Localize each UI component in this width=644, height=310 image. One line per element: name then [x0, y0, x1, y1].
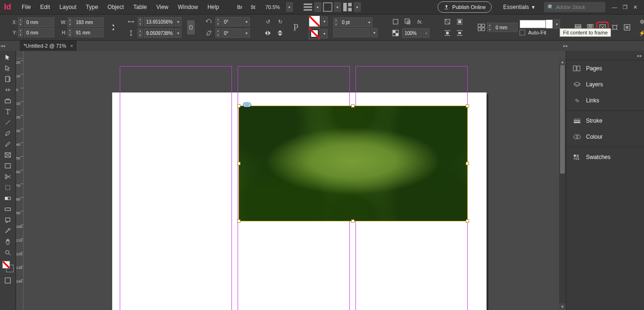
resize-handle[interactable]: [237, 162, 240, 165]
panel-stroke[interactable]: Stroke: [566, 113, 644, 129]
strokewt-spinner[interactable]: ▲▼: [333, 17, 339, 27]
pen-tool[interactable]: [1, 128, 15, 139]
frame-fill-swatch[interactable]: [520, 20, 553, 28]
publish-online-button[interactable]: Publish Online: [438, 1, 492, 13]
fill-dd[interactable]: ▼: [321, 17, 328, 26]
screen-mode-icon[interactable]: [322, 2, 334, 12]
zoom-dropdown[interactable]: ▼: [286, 2, 293, 12]
workspace-switcher[interactable]: Essentials ▾: [498, 4, 539, 10]
view-options-dd[interactable]: ▼: [314, 2, 321, 12]
wrap-bounding-icon[interactable]: [454, 17, 465, 27]
panels-collapse[interactable]: ▸▸: [563, 41, 569, 51]
hand-tool[interactable]: [1, 236, 15, 247]
center-content-icon[interactable]: [621, 22, 633, 33]
page-tool[interactable]: [1, 74, 15, 84]
menu-window[interactable]: Window: [173, 0, 203, 14]
content-collector-tool[interactable]: [1, 95, 15, 106]
fx-none-icon[interactable]: [390, 17, 401, 27]
flip-h-icon[interactable]: [262, 28, 273, 38]
x-spinner[interactable]: ▲▼: [18, 17, 23, 27]
menu-view[interactable]: View: [151, 0, 173, 14]
fill-stroke-swap[interactable]: [1, 260, 15, 273]
arrange-docs-dd[interactable]: ▼: [354, 2, 361, 12]
menu-edit[interactable]: Edit: [35, 0, 55, 14]
menu-layout[interactable]: Layout: [55, 0, 81, 14]
note-tool[interactable]: [1, 215, 15, 226]
stock-search[interactable]: 🔍 Adobe Stock: [544, 2, 605, 12]
shear-spinner[interactable]: ▲▼: [215, 28, 221, 38]
wrap-jump-icon[interactable]: [454, 28, 465, 38]
tab-close-icon[interactable]: ×: [70, 43, 73, 49]
menu-object[interactable]: Object: [103, 0, 129, 14]
line-tool[interactable]: [1, 117, 15, 128]
drop-shadow-icon[interactable]: [402, 17, 413, 27]
pencil-tool[interactable]: [1, 139, 15, 150]
scroll-down-icon[interactable]: ▼: [559, 303, 566, 310]
stock-button[interactable]: St: [247, 2, 259, 12]
opacity-dd[interactable]: >: [423, 28, 429, 38]
x-input[interactable]: 0 mm: [24, 17, 54, 27]
rotate-ccw-icon[interactable]: ↺: [262, 17, 273, 27]
opacity-input[interactable]: 100%: [402, 28, 422, 38]
stroke-dd[interactable]: ▼: [321, 29, 328, 38]
vertical-ruler[interactable]: 20100102030405060708090100110120130140: [16, 59, 24, 310]
ruler-origin[interactable]: [16, 51, 24, 59]
rotate-spinner[interactable]: ▲▼: [215, 17, 221, 26]
flip-v-icon[interactable]: [274, 28, 286, 38]
fill-swatch[interactable]: [309, 16, 320, 27]
scroll-thumb[interactable]: [560, 65, 565, 174]
view-options-icon[interactable]: [302, 2, 314, 12]
h-spinner[interactable]: ▲▼: [67, 28, 73, 37]
menu-help[interactable]: Help: [203, 0, 224, 14]
corner-spinner[interactable]: ▲▼: [487, 23, 492, 32]
resize-handle[interactable]: [466, 104, 469, 108]
eyedropper-tool[interactable]: [1, 226, 15, 236]
rectangle-tool[interactable]: [1, 160, 15, 171]
type-tool[interactable]: [1, 106, 15, 117]
stroke-style-input[interactable]: [333, 28, 370, 37]
stroke-swatch[interactable]: [309, 28, 320, 39]
document-tab[interactable]: *Untitled-2 @ 71% ×: [20, 41, 77, 51]
vertical-scrollbar[interactable]: ▲ ▼: [559, 59, 566, 310]
scale-y-input[interactable]: 9.0509738%: [144, 28, 174, 38]
frame-fill-dd[interactable]: ▼: [553, 19, 560, 29]
resize-handle[interactable]: [351, 219, 355, 223]
shear-input[interactable]: 0°: [222, 28, 242, 38]
settings-gear-icon[interactable]: ⚙: [636, 17, 644, 27]
toolbox-collapse[interactable]: ◂◂: [0, 41, 6, 51]
fx-icon[interactable]: fx.: [414, 17, 426, 27]
rotate-cw-icon[interactable]: ↻: [274, 17, 286, 27]
y-spinner[interactable]: ▲▼: [18, 28, 23, 37]
selected-image-frame[interactable]: ⬭: [239, 106, 468, 221]
arrange-docs-icon[interactable]: [341, 2, 354, 12]
gradient-swatch-tool[interactable]: [1, 193, 15, 204]
rotate-dd[interactable]: ▼: [243, 17, 250, 26]
scale-x-dd[interactable]: ▼: [175, 17, 182, 26]
h-input[interactable]: 91 mm: [74, 28, 104, 37]
shear-dd[interactable]: ▼: [243, 28, 250, 38]
stroke-weight-dd[interactable]: ▼: [366, 17, 372, 27]
scissors-tool[interactable]: [1, 171, 15, 182]
free-transform-tool[interactable]: [1, 182, 15, 193]
w-spinner[interactable]: ▲▼: [67, 17, 73, 27]
quick-apply-icon[interactable]: ⚡: [636, 28, 644, 38]
w-input[interactable]: 183 mm: [74, 17, 104, 27]
scaley-spinner[interactable]: ▲▼: [138, 28, 143, 38]
scale-x-input[interactable]: 13.651056%: [144, 17, 174, 26]
menu-file[interactable]: File: [17, 0, 35, 14]
scale-y-dd[interactable]: ▼: [175, 28, 182, 38]
window-minimize[interactable]: —: [612, 4, 617, 10]
autofit-checkbox[interactable]: [520, 30, 525, 35]
scalex-spinner[interactable]: ▲▼: [138, 17, 143, 26]
gap-tool[interactable]: [1, 84, 15, 95]
selection-tool[interactable]: [1, 52, 15, 63]
rectangle-frame-tool[interactable]: [1, 150, 15, 160]
view-mode-toggle[interactable]: [1, 275, 15, 286]
stroke-weight-input[interactable]: 0 pt: [339, 17, 365, 27]
rotate-input[interactable]: 0°: [222, 17, 242, 26]
wrap-shape-icon[interactable]: [442, 28, 453, 38]
corner-options-icon[interactable]: [478, 22, 485, 33]
y-input[interactable]: 0 mm: [24, 28, 54, 37]
bridge-button[interactable]: Br: [234, 2, 246, 12]
resize-handle[interactable]: [466, 162, 469, 165]
